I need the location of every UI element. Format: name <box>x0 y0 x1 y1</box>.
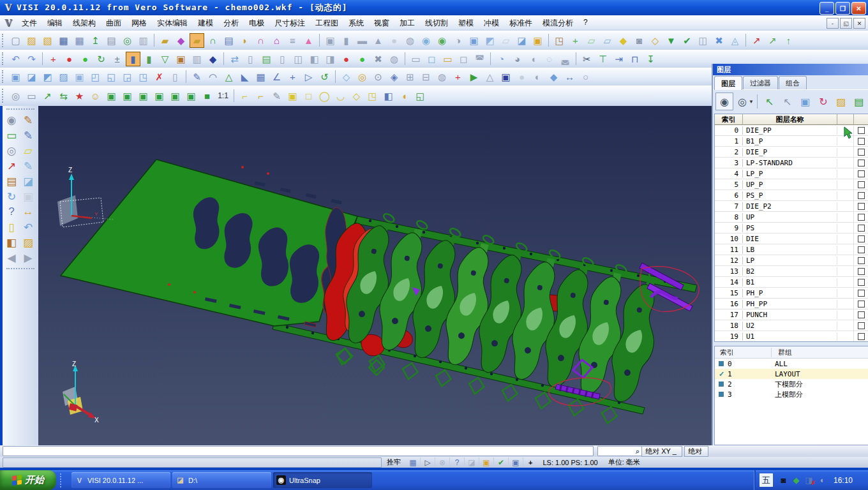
context-help[interactable]: ? <box>450 457 465 467</box>
shading-smiley[interactable]: ☺ <box>88 89 103 103</box>
network-disconnected-icon[interactable]: ◨✗ <box>804 475 814 486</box>
search-icon[interactable]: ⌕ <box>636 447 640 456</box>
help[interactable]: ? <box>4 204 19 219</box>
group-row-下模部分[interactable]: 2下模部分 <box>715 379 868 389</box>
zoom-window[interactable]: ▭ <box>24 89 39 103</box>
toolbar-icon[interactable]: ◻ <box>456 52 471 66</box>
open-file[interactable]: ▨ <box>24 33 39 48</box>
toolbar-icon[interactable]: ◳ <box>552 33 567 48</box>
link-mode[interactable]: ⊗ <box>435 457 450 467</box>
solid-cube[interactable]: ▣ <box>20 189 36 204</box>
toolbar-icon[interactable]: ⇄ <box>227 52 242 66</box>
toolbar-icon[interactable]: ⇆ <box>56 89 71 103</box>
attributes[interactable]: ▤ <box>4 174 19 189</box>
toolbar-grip[interactable] <box>2 70 5 83</box>
toolbar-icon[interactable]: ▯ <box>275 52 290 66</box>
toolbar-icon[interactable]: ◍ <box>387 52 401 66</box>
toolbar-icon[interactable]: ◪ <box>514 33 529 48</box>
toolbar-icon[interactable]: ▱ <box>498 33 513 48</box>
toolbar-icon[interactable]: ⌐ <box>237 89 252 103</box>
dropdown-arrow-icon[interactable]: ▼ <box>749 99 754 105</box>
settings[interactable]: ◧ <box>4 235 19 250</box>
toolbar-icon[interactable]: ▭ <box>440 52 455 66</box>
coord-mode-xy-button[interactable]: 绝对 XY _ <box>641 446 682 457</box>
layer-checkbox[interactable] <box>858 268 865 275</box>
taskbar-clock[interactable]: 16:10 <box>834 476 859 485</box>
toolbar-icon[interactable]: + <box>46 52 61 66</box>
menu-item-18[interactable]: 模流分析 <box>537 16 578 31</box>
profile[interactable]: ▱ <box>20 143 36 158</box>
toolbar-icon[interactable]: ∩ <box>253 33 268 48</box>
title-bar[interactable]: V VISI 20.0.11.12 from Vero Software - c… <box>0 0 868 15</box>
toolbar-icon[interactable]: ▣ <box>530 33 545 48</box>
toolbar-icon[interactable]: ◬ <box>728 33 742 48</box>
toolbar-icon[interactable]: ▣ <box>285 89 300 103</box>
toolbar-icon[interactable]: ▼ <box>664 33 678 48</box>
toolbar-grip[interactable] <box>2 34 5 47</box>
toolbar-icon[interactable]: ◱ <box>413 89 428 103</box>
toolbar-icon[interactable]: ▲ <box>371 33 385 48</box>
view-right[interactable]: ▣ <box>184 89 198 103</box>
toolbar-icon[interactable]: ✂ <box>580 52 594 66</box>
visibility-toggle[interactable]: ◉ <box>715 93 733 110</box>
layer-row-LP-STANDARD[interactable]: 3LP-STANDARD <box>715 158 868 168</box>
toolbar-icon[interactable]: ● <box>514 70 529 84</box>
mdi-minimize-button[interactable]: - <box>827 18 839 29</box>
redo[interactable]: ↷ <box>24 52 39 66</box>
layer-row-LP[interactable]: 12LP <box>715 255 868 266</box>
taskbar-task-d-[interactable]: ◪D:\ <box>172 472 271 488</box>
toolbar-icon[interactable]: ≡ <box>285 33 300 48</box>
layer-checkbox[interactable] <box>858 279 865 286</box>
view-solid[interactable]: ■ <box>200 89 214 103</box>
layer-row-LB[interactable]: 11LB <box>715 244 868 255</box>
layer-col-check[interactable] <box>854 114 868 125</box>
export[interactable]: ↥ <box>88 33 103 48</box>
zoom-select[interactable]: ◉ <box>4 112 19 128</box>
toolbar-icon[interactable]: ● <box>78 52 93 66</box>
toolbar-icon[interactable]: ▤ <box>259 52 274 66</box>
group-square-icon[interactable] <box>719 382 724 387</box>
layer-row-DIE[interactable]: 10DIE <box>715 234 868 244</box>
layer-checkbox[interactable] <box>858 127 865 134</box>
zoom-1-1[interactable]: 1:1 <box>216 89 230 103</box>
layer-row-DIE_P2[interactable]: 7DIE_P2 <box>715 201 868 212</box>
toolbar-icon[interactable]: ◈ <box>387 70 401 84</box>
toolbar-icon[interactable]: ▰ <box>158 33 172 48</box>
toolbar-icon[interactable]: ◻ <box>424 52 439 66</box>
layer-state[interactable]: ◪ <box>465 457 479 467</box>
toolbar-icon[interactable]: □ <box>301 89 316 103</box>
layers-panel-title[interactable]: 图层 <box>713 64 868 75</box>
toolbar-icon[interactable]: ● <box>339 52 354 66</box>
toolbar-icon[interactable]: ▽ <box>158 52 172 66</box>
sketch[interactable]: ✎ <box>20 128 36 143</box>
group-col-name[interactable]: 群组 <box>772 348 792 357</box>
toolbar-icon[interactable]: ▭ <box>408 52 423 66</box>
toolbar-icon[interactable]: ▲ <box>301 33 316 48</box>
plus-indicator[interactable]: + <box>523 459 537 466</box>
toolbar-icon[interactable]: ◗ <box>237 33 252 48</box>
menu-item-19[interactable]: ? <box>578 16 593 31</box>
toolbar-icon[interactable]: △ <box>221 70 236 84</box>
group-row-LAYOUT[interactable]: ✓1LAYOUT <box>715 369 868 379</box>
layer-checkbox[interactable] <box>858 235 865 242</box>
delete[interactable]: ▯ <box>4 219 19 235</box>
toolbar-icon[interactable]: ◍ <box>403 33 417 48</box>
layer-checkbox[interactable] <box>858 160 865 167</box>
layer-checkbox[interactable] <box>858 170 865 177</box>
monitor[interactable]: ▣ <box>509 457 523 467</box>
toolbar-icon[interactable]: ◚ <box>472 52 487 66</box>
group-col-index[interactable]: 索引 <box>715 348 772 357</box>
layer-row-U2[interactable]: 18U2 <box>715 320 868 331</box>
toolbar-icon[interactable]: ✎ <box>190 70 204 84</box>
view-left[interactable]: ▣ <box>168 89 183 103</box>
ultrasnap-tray-icon[interactable]: ◙ <box>778 475 789 486</box>
layer-row-PH_PP[interactable]: 16PH_PP <box>715 299 868 309</box>
layer-row-DIE_P[interactable]: 2DIE_P <box>715 147 868 158</box>
layer-checkbox[interactable] <box>858 203 865 210</box>
toolbar-icon[interactable]: ◧ <box>307 52 322 66</box>
layer-row-PS[interactable]: 9PS <box>715 223 868 234</box>
layer-checkbox[interactable] <box>858 333 865 340</box>
volume-icon[interactable]: ◖ <box>816 475 827 486</box>
toolbar-icon[interactable]: ▮ <box>126 52 140 66</box>
layer-checkbox[interactable] <box>858 214 865 221</box>
